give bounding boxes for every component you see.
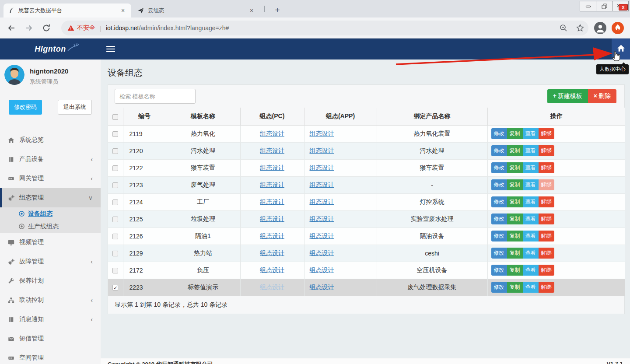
unbind-button[interactable]: 解绑 [539, 265, 554, 276]
sidebar-item-space-management[interactable]: 空间管理 [0, 348, 101, 364]
edit-button[interactable]: 修改 [491, 231, 507, 242]
edit-button[interactable]: 修改 [491, 179, 507, 190]
unbind-button[interactable]: 解绑 [539, 214, 554, 224]
row-checkbox[interactable] [112, 234, 118, 239]
restore-button[interactable] [596, 1, 612, 11]
copy-button[interactable]: 复制 [507, 214, 523, 224]
edit-button[interactable]: 修改 [491, 162, 507, 173]
back-icon[interactable] [7, 24, 16, 32]
view-button[interactable]: 查看 [523, 265, 539, 276]
edit-button[interactable]: 修改 [491, 265, 507, 276]
pc-design-link[interactable]: 组态设计 [260, 164, 284, 171]
bookmark-star-icon[interactable] [576, 24, 584, 32]
sidebar-item-maintenance-plan[interactable]: 保养计划 [0, 271, 101, 290]
edit-button[interactable]: 修改 [491, 248, 507, 259]
app-design-link[interactable]: 组态设计 [310, 232, 334, 239]
bigdata-home-button[interactable] [612, 38, 630, 60]
view-button[interactable]: 查看 [523, 128, 539, 139]
pc-design-link[interactable]: 组态设计 [260, 181, 284, 188]
pc-design-link[interactable]: 组态设计 [260, 130, 284, 137]
edit-button[interactable]: 修改 [491, 128, 507, 139]
browser-tab-inactive[interactable]: 云组态 × [133, 4, 260, 18]
unbind-button[interactable]: 解绑 [539, 162, 554, 173]
copy-button[interactable]: 复制 [507, 282, 523, 293]
copy-button[interactable]: 复制 [507, 196, 523, 207]
sidebar-item-device-configuration[interactable]: 设备组态 [0, 207, 101, 220]
row-checkbox[interactable] [112, 182, 118, 188]
view-button[interactable]: 查看 [523, 162, 539, 173]
view-button[interactable]: 查看 [523, 179, 539, 190]
pc-design-link[interactable]: 组态设计 [260, 198, 284, 205]
browser-tab-active[interactable]: 思普云大数据平台 × [4, 4, 131, 18]
sidebar-item-sms-management[interactable]: 短信管理 [0, 329, 101, 348]
zoom-out-icon[interactable] [559, 24, 568, 32]
app-design-link[interactable]: 组态设计 [310, 249, 334, 256]
app-design-link[interactable]: 组态设计 [310, 181, 334, 188]
copy-button[interactable]: 复制 [507, 248, 523, 259]
row-checkbox[interactable] [112, 200, 118, 205]
edit-button[interactable]: 修改 [491, 196, 507, 207]
close-button[interactable]: × x [612, 1, 629, 11]
sidebar-item-linkage-control[interactable]: 联动控制‹ [0, 290, 101, 310]
pc-design-link[interactable]: 组态设计 [260, 232, 284, 239]
unbind-button[interactable]: 解绑 [539, 179, 554, 190]
row-checkbox[interactable] [112, 251, 118, 256]
sidebar-item-gateway-management[interactable]: 网关管理‹ [0, 169, 101, 188]
unbind-button[interactable]: 解绑 [539, 282, 554, 293]
hamburger-menu-icon[interactable] [106, 45, 115, 53]
minimize-button[interactable] [580, 1, 596, 11]
profile-avatar-icon[interactable] [594, 22, 606, 34]
new-template-button[interactable]: +新建模板 [547, 89, 588, 103]
sidebar-item-production-line-configuration[interactable]: 生产线组态 [0, 220, 101, 233]
address-bar[interactable]: 不安全 | iot.idosp.net /admin/index.html?la… [61, 21, 588, 35]
app-design-link[interactable]: 组态设计 [310, 266, 334, 273]
view-button[interactable]: 查看 [523, 145, 539, 156]
delete-button[interactable]: ×删除 [588, 89, 616, 103]
app-design-link[interactable]: 组态设计 [310, 164, 334, 171]
sidebar-item-video-management[interactable]: 视频管理 [0, 233, 101, 252]
edit-button[interactable]: 修改 [491, 282, 507, 293]
pc-design-link[interactable]: 组态设计 [260, 147, 284, 154]
row-checkbox[interactable] [112, 165, 118, 171]
refresh-icon[interactable] [42, 24, 51, 32]
pc-design-link[interactable]: 组态设计 [260, 215, 284, 222]
unbind-button[interactable]: 解绑 [539, 231, 554, 242]
select-all-checkbox[interactable] [112, 114, 118, 120]
pc-design-link[interactable]: 组态设计 [260, 284, 284, 290]
row-checkbox[interactable] [112, 217, 118, 222]
app-design-link[interactable]: 组态设计 [310, 284, 334, 290]
extension-flame-icon[interactable] [612, 22, 624, 34]
row-checkbox[interactable] [112, 148, 118, 154]
row-checkbox[interactable]: ✓ [112, 285, 118, 290]
tab-close-icon[interactable]: × [119, 7, 127, 14]
copy-button[interactable]: 复制 [507, 162, 523, 173]
row-checkbox[interactable] [112, 268, 118, 273]
copy-button[interactable]: 复制 [507, 128, 523, 139]
copy-button[interactable]: 复制 [507, 179, 523, 190]
app-design-link[interactable]: 组态设计 [310, 147, 334, 154]
unbind-button[interactable]: 解绑 [539, 196, 554, 207]
app-design-link[interactable]: 组态设计 [310, 198, 334, 205]
app-design-link[interactable]: 组态设计 [310, 215, 334, 222]
sidebar-item-fault-management[interactable]: 故障管理‹ [0, 252, 101, 271]
unbind-button[interactable]: 解绑 [539, 248, 554, 259]
view-button[interactable]: 查看 [523, 196, 539, 207]
tab-close-icon[interactable]: × [248, 7, 256, 14]
app-design-link[interactable]: 组态设计 [310, 130, 334, 137]
pc-design-link[interactable]: 组态设计 [260, 266, 284, 273]
sidebar-item-product-device[interactable]: 产品设备‹ [0, 150, 101, 169]
view-button[interactable]: 查看 [523, 282, 539, 293]
pc-design-link[interactable]: 组态设计 [260, 249, 284, 256]
copy-button[interactable]: 复制 [507, 145, 523, 156]
sidebar-item-system-overview[interactable]: 系统总览 [0, 130, 101, 150]
copy-button[interactable]: 复制 [507, 231, 523, 242]
forward-icon[interactable] [24, 24, 33, 32]
copy-button[interactable]: 复制 [507, 265, 523, 276]
row-checkbox[interactable] [112, 131, 118, 137]
unbind-button[interactable]: 解绑 [539, 145, 554, 156]
view-button[interactable]: 查看 [523, 214, 539, 224]
search-input[interactable] [115, 89, 196, 104]
sidebar-item-message-notification[interactable]: 消息通知‹ [0, 310, 101, 329]
unbind-button[interactable]: 解绑 [539, 128, 554, 139]
view-button[interactable]: 查看 [523, 248, 539, 259]
